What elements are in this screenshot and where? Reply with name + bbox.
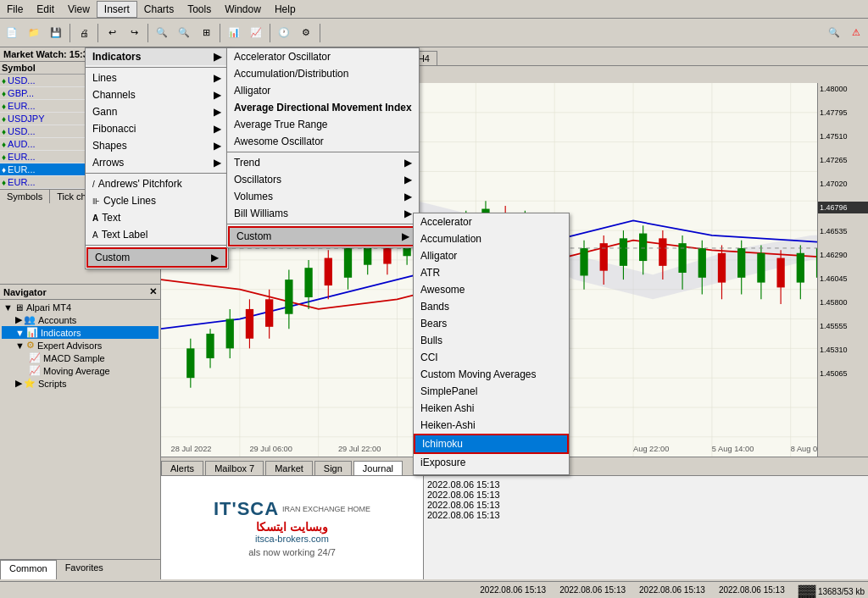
cust-bears[interactable]: Bears [414,315,569,332]
menu-lines-item[interactable]: Lines ▶ [86,69,228,86]
ind-accum[interactable]: Accumulation/Distribution [227,65,419,82]
zoom-in-btn[interactable]: 🔍 [152,23,172,43]
cust-alligator[interactable]: Alligator [414,247,569,264]
nav-alpari[interactable]: ▼ 🖥 Alpari MT4 [2,302,159,313]
tab-market[interactable]: Market [265,461,313,475]
navigator-header: Navigator ✕ [0,285,160,300]
nav-macd[interactable]: 📈 MACD Sample [2,352,159,364]
expand-icon: ▼ [3,302,13,313]
menu-help[interactable]: Help [268,2,303,17]
svg-rect-25 [206,334,214,358]
accounts-icon: 👥 [24,314,36,325]
tab-common[interactable]: Common [0,560,57,579]
grid-btn[interactable]: ⊞ [196,23,216,43]
zoom-out-btn[interactable]: 🔍 [174,23,194,43]
menu-edit[interactable]: Edit [30,2,61,17]
tab-journal[interactable]: Journal [353,461,403,475]
menu-tools[interactable]: Tools [181,2,218,17]
menu-fib-item[interactable]: Fibonacci ▶ [86,120,228,137]
open-btn[interactable]: 📁 [24,23,44,43]
cust-accel[interactable]: Accelerator [414,213,569,230]
undo-btn[interactable]: ↩ [102,23,122,43]
ind-trend-label: Trend [234,157,260,169]
price-12: 1.45310 [818,344,849,356]
menu-view[interactable]: View [61,2,97,17]
ind-alligator[interactable]: Alligator [227,82,419,99]
menu-gann-item[interactable]: Gann ▶ [86,103,228,120]
cust-cci[interactable]: CCI [414,349,569,366]
price-axis: 1.48000 1.47795 1.47510 1.47265 1.47020 … [817,83,868,457]
svg-rect-37 [325,258,332,285]
nav-expert[interactable]: ▼ ⚙ Expert Advisors [2,339,159,352]
ind-vol[interactable]: Volumes ▶ [227,188,419,205]
menu-channels-item[interactable]: Channels ▶ [86,86,228,103]
memory-display: ▓▓ 13683/53 kb [798,584,865,597]
print-btn[interactable]: 🖨 [74,23,94,43]
ind-osc[interactable]: Oscillators ▶ [227,171,419,188]
ind-atr[interactable]: Average True Range [227,116,419,133]
clock-btn[interactable]: 🕐 [274,23,294,43]
tab-symbols[interactable]: Symbols [0,190,50,203]
cust-heiken1[interactable]: Heiken Ashi [414,400,569,417]
menu-textlabel-item[interactable]: A Text Label [86,226,228,243]
menu-pitchfork-item[interactable]: / Andrews' Pitchfork [86,175,228,192]
redo-btn[interactable]: ↪ [124,23,144,43]
nav-scripts[interactable]: ▶ ⭐ Scripts [2,377,159,390]
cust-heiken2[interactable]: Heiken-Ashi [414,417,569,434]
nav-label-expert: Expert Advisors [37,341,102,351]
menu-file[interactable]: File [0,2,30,17]
tab-favorites[interactable]: Favorites [57,560,112,579]
menu-shapes-item[interactable]: Shapes ▶ [86,137,228,154]
menu-custom-item[interactable]: Custom ▶ [86,247,227,268]
svg-rect-27 [226,319,234,349]
svg-text:28 Jul 2022: 28 Jul 2022 [171,445,212,453]
menu-sep-1 [86,67,228,68]
sep3 [147,24,148,42]
cust-macd[interactable]: MACD [414,471,569,475]
ind-bw[interactable]: Bill Williams ▶ [227,205,419,222]
memory-value: 13683/53 kb [818,587,865,596]
mw-symbol-2: GBP... [8,88,90,98]
cust-iexp[interactable]: iExposure [414,454,569,471]
cust-cma[interactable]: Custom Moving Averages [414,366,569,383]
ind-custom[interactable]: Custom ▶ [228,226,418,246]
menu-charts[interactable]: Charts [137,2,181,17]
tab-mailbox[interactable]: Mailbox 7 [205,461,264,475]
tab-alerts[interactable]: Alerts [161,461,203,475]
menu-arrows-item[interactable]: Arrows ▶ [86,154,228,171]
new-btn[interactable]: 📄 [2,23,22,43]
ts-1: 2022.08.06 15:13 [427,479,865,490]
nav-accounts[interactable]: ▶ 👥 Accounts [2,313,159,326]
search-btn[interactable]: 🔍 [824,23,844,43]
mw-symbol-5: USD... [8,126,90,136]
ind-awesome[interactable]: Awesome Oscillator [227,133,419,150]
menu-insert[interactable]: Insert [97,1,137,18]
menu-window[interactable]: Window [218,2,268,17]
menu-indicators-item[interactable]: Indicators ▶ [86,48,228,65]
alert-btn[interactable]: ⚠ [846,23,866,43]
ind-trend[interactable]: Trend ▶ [227,154,419,171]
ind-vol-arrow: ▶ [404,191,412,202]
cust-atr[interactable]: ATR [414,264,569,281]
nav-indicators[interactable]: ▼ 📊 Indicators [2,326,159,339]
ind-admi[interactable]: Average Directional Movement Index [227,99,419,116]
cust-simplepanel[interactable]: SimplePanel [414,383,569,400]
tab-signals[interactable]: Sign [314,461,352,475]
menu-text-item[interactable]: A Text [86,209,228,226]
cust-accum[interactable]: Accumulation [414,230,569,247]
chart-btn[interactable]: 📊 [224,23,244,43]
cust-ichimoku[interactable]: Ichimoku [414,434,569,454]
menu-cycle-item[interactable]: ⊪ Cycle Lines [86,192,228,209]
menu-shapes-arrow: ▶ [214,140,221,152]
ind-sep2 [227,224,419,224]
cust-bands[interactable]: Bands [414,298,569,315]
cust-bulls[interactable]: Bulls [414,332,569,349]
navigator-close[interactable]: ✕ [149,286,157,297]
save-btn[interactable]: 💾 [46,23,66,43]
indicator-btn[interactable]: 📈 [246,23,266,43]
nav-ma[interactable]: 📈 Moving Average [2,364,159,377]
cust-awesome[interactable]: Awesome [414,281,569,298]
ind-accel[interactable]: Accelerator Oscillator [227,48,419,65]
settings-btn[interactable]: ⚙ [296,23,316,43]
sep2 [97,24,98,42]
